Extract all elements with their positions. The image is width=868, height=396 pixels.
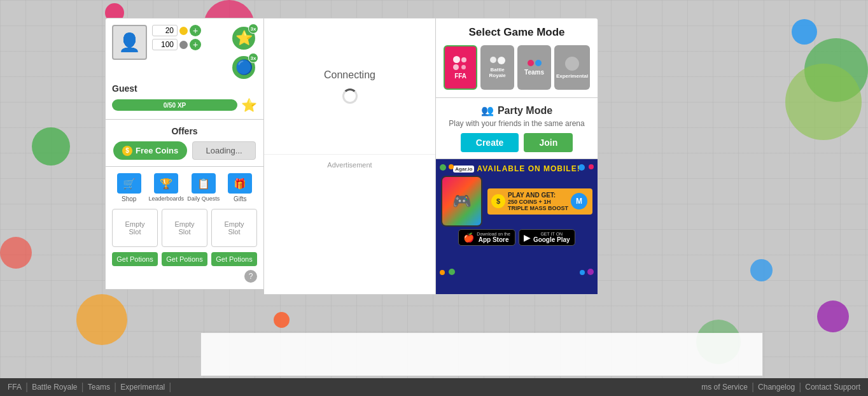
get-potions-btn-2[interactable]: Get Potions	[162, 252, 207, 266]
bg-circle	[817, 301, 849, 332]
footer-battle-royale-link[interactable]: Battle Royale	[32, 383, 77, 392]
store-buttons: 🍎 Download on the App Store ▶ GET IT ON …	[441, 229, 592, 246]
footer-terms-link[interactable]: ms of Service	[701, 383, 748, 392]
footer-sep: |	[81, 381, 84, 393]
shop-label: Shop	[122, 195, 136, 202]
create-party-button[interactable]: Create	[461, 133, 519, 152]
gifts-tab[interactable]: 🎁 Gifts	[223, 173, 257, 202]
google-play-button[interactable]: ▶ GET IT ON Google Play	[519, 229, 575, 246]
guest-name: Guest	[112, 83, 257, 94]
connecting-text: Connecting	[324, 69, 375, 81]
inv-slot-2: EmptySlot	[162, 209, 207, 247]
xp-star-icon: ⭐	[241, 97, 257, 113]
get-potions-btn-3[interactable]: Get Potions	[211, 252, 257, 266]
br-circle	[490, 57, 496, 63]
left-column: 👤 20 + 100 +	[105, 18, 264, 295]
bg-circle	[0, 237, 32, 269]
bg-circle	[750, 259, 773, 281]
promo-dot	[587, 269, 594, 275]
party-icon: 👥	[481, 104, 494, 117]
user-panel: 👤 20 + 100 +	[105, 18, 264, 120]
add-gems-button[interactable]: +	[190, 39, 201, 50]
add-coins-button[interactable]: +	[190, 25, 201, 36]
apple-icon: 🍎	[463, 232, 474, 243]
game-mode-cards: FFA BattleRoyale Teams	[444, 45, 590, 90]
footer-experimental-link[interactable]: Experimental	[120, 383, 165, 392]
google-play-text: GET IT ON Google Play	[533, 232, 570, 243]
party-title: Party Mode	[498, 105, 552, 117]
ffa-circle	[461, 65, 466, 69]
coins-value: 20	[152, 25, 178, 36]
experimental-label: Experimental	[556, 73, 588, 79]
ffa-circle	[453, 56, 460, 63]
leaderboards-label: Leaderboards	[148, 195, 184, 202]
google-play-label: Google Play	[533, 236, 570, 243]
inventory-slots: EmptySlot EmptySlot EmptySlot	[112, 209, 257, 247]
bg-circle	[32, 127, 70, 166]
dollar-icon: $	[491, 194, 505, 208]
game-mode-title: Select Game Mode	[444, 26, 590, 39]
teams-circle-red	[528, 60, 534, 66]
battle-royale-label: BattleRoyale	[489, 67, 506, 78]
blob-boost-badge: 3x	[248, 53, 258, 63]
ffa-circle	[461, 57, 466, 62]
app-store-text: Download on the App Store	[477, 232, 510, 243]
available-banner: Agar.io AVAILABLE ON MOBILE!	[441, 164, 592, 173]
play-get-row: $ PLAY AND GET: 250 COINS + 1H TRIPLE MA…	[491, 192, 589, 211]
ffa-circle	[453, 64, 459, 70]
app-store-label: App Store	[477, 236, 510, 243]
mass-boost-icon: M	[571, 193, 587, 209]
available-text: AVAILABLE ON MOBILE!	[477, 164, 580, 173]
mode-teams[interactable]: Teams	[517, 45, 551, 90]
footer-ffa-link[interactable]: FFA	[8, 383, 22, 392]
agario-logo: Agar.io	[453, 166, 474, 173]
get-potions-btn-1[interactable]: Get Potions	[112, 252, 158, 266]
help-button[interactable]: ?	[244, 270, 257, 283]
mode-experimental[interactable]: Experimental	[554, 45, 590, 90]
teams-circle-blue	[535, 60, 542, 66]
phone-screen: 🎮	[442, 177, 481, 225]
footer: FFA | Battle Royale | Teams | Experiment…	[0, 378, 868, 396]
offers-panel: Offers $ Free Coins Loading...	[105, 120, 264, 167]
advertisement-section: Advertisement	[264, 154, 435, 294]
promo-dot	[449, 269, 455, 275]
mode-ffa[interactable]: FFA	[444, 45, 477, 90]
promo-dot	[580, 270, 585, 275]
bg-circle	[792, 19, 817, 45]
main-content: 👤 20 + 100 +	[105, 18, 598, 295]
bg-circle	[76, 294, 127, 345]
leaderboards-tab[interactable]: 🏆 Leaderboards	[148, 173, 184, 202]
footer-teams-link[interactable]: Teams	[88, 383, 110, 392]
xp-label: 0/50 XP	[164, 102, 186, 109]
daily-quests-tab[interactable]: 📋 Daily Quests	[186, 173, 220, 202]
app-store-button[interactable]: 🍎 Download on the App Store	[458, 229, 515, 246]
gems-value: 100	[152, 39, 178, 50]
play-get-info: $ PLAY AND GET: 250 COINS + 1H TRIPLE MA…	[487, 188, 592, 215]
spinner-icon	[342, 88, 358, 104]
footer-contact-link[interactable]: Contact Support	[805, 383, 860, 392]
inv-slot-3: EmptySlot	[211, 209, 257, 247]
footer-right: ms of Service | Changelog | Contact Supp…	[701, 381, 860, 393]
play-get-title: PLAY AND GET:	[508, 192, 568, 199]
coins-reward: 250 COINS + 1H	[508, 199, 568, 205]
gifts-label: Gifts	[234, 195, 247, 202]
shop-tab[interactable]: 🛒 Shop	[112, 173, 146, 202]
bottom-strip	[200, 333, 763, 376]
promo-dot	[449, 164, 454, 169]
promo-dot	[589, 164, 594, 169]
advertisement-label: Advertisement	[327, 161, 372, 169]
bg-circle	[274, 312, 290, 328]
free-coins-button[interactable]: $ Free Coins	[113, 141, 187, 160]
download-label: Download on the	[477, 232, 510, 236]
ffa-circles	[453, 56, 468, 70]
leaderboards-icon: 🏆	[154, 173, 178, 194]
connecting-section: Connecting	[264, 18, 435, 154]
footer-changelog-link[interactable]: Changelog	[758, 383, 795, 392]
mobile-promo-panel: Agar.io AVAILABLE ON MOBILE! 🎮 $ PLAY AN…	[436, 159, 598, 295]
experimental-icon	[565, 57, 579, 71]
google-play-icon: ▶	[524, 232, 531, 243]
loading-button[interactable]: Loading...	[192, 141, 256, 160]
star-boost: ⭐ 3x	[230, 25, 257, 52]
mode-battle-royale[interactable]: BattleRoyale	[480, 45, 514, 90]
join-party-button[interactable]: Join	[524, 133, 573, 152]
